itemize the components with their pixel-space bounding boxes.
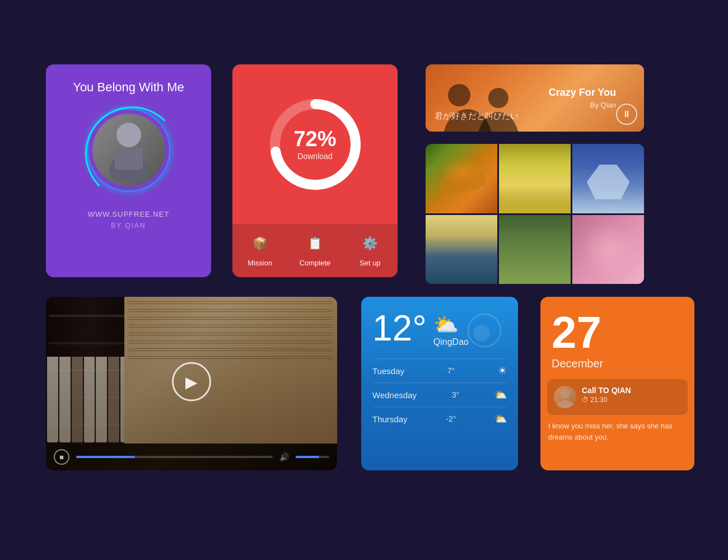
svg-point-0 bbox=[116, 123, 141, 147]
reminder-title: Call TO QIAN bbox=[582, 386, 631, 395]
svg-point-8 bbox=[556, 400, 574, 408]
weather-forecast: Tuesday 7° ☀ Wednesday 3° ⛅ Thursday -2°… bbox=[372, 358, 507, 431]
weather-bubble-2 bbox=[473, 325, 490, 342]
complete-icon: 📋 bbox=[304, 233, 325, 254]
reminder-info: Call TO QIAN ⏱ 21:30 bbox=[582, 386, 631, 404]
nowplaying-info: Crazy For You By Qian bbox=[549, 87, 616, 109]
photo-snake[interactable] bbox=[426, 144, 497, 213]
calendar-message: I know you miss her, she says she has dr… bbox=[540, 415, 694, 442]
complete-label: Complete bbox=[300, 259, 331, 267]
photo-forest[interactable] bbox=[499, 144, 571, 213]
nowplaying-japanese: 君が好きだと叫びたい bbox=[435, 111, 519, 122]
action-mission[interactable]: 📦 Mission bbox=[232, 233, 287, 267]
tuesday-label: Tuesday bbox=[372, 366, 404, 376]
svg-point-7 bbox=[560, 389, 570, 399]
calendar-date: 27 bbox=[552, 310, 683, 355]
nowplaying-title: Crazy For You bbox=[549, 87, 616, 99]
nowplaying-silhouette bbox=[426, 64, 538, 132]
music-player-card: You Belong With Me WWW.SUPFREE.NET BY QI… bbox=[46, 64, 211, 277]
photo-lake[interactable] bbox=[426, 215, 497, 284]
download-percent: 72% bbox=[293, 128, 336, 150]
calendar-top: 27 December bbox=[540, 297, 694, 379]
donut-inner: 72% Download bbox=[293, 128, 336, 161]
video-volume-fill bbox=[296, 456, 319, 458]
video-stop-button[interactable]: ⏹ bbox=[54, 449, 69, 465]
weather-row-thursday: Thursday -2° ⛅ bbox=[372, 407, 507, 431]
reminder-time: ⏱ 21:30 bbox=[582, 396, 631, 404]
video-play-button[interactable]: ▶ bbox=[172, 362, 211, 402]
wednesday-label: Wednesday bbox=[372, 390, 417, 400]
mission-icon: 📦 bbox=[249, 233, 270, 254]
setup-label: Set up bbox=[360, 259, 381, 267]
photo-grid-card bbox=[426, 144, 644, 284]
calendar-reminder: Call TO QIAN ⏱ 21:30 bbox=[547, 379, 688, 415]
silhouette-svg bbox=[426, 64, 538, 132]
tuesday-temp: 7° bbox=[447, 366, 455, 375]
wednesday-temp: 3° bbox=[452, 390, 459, 399]
nowplaying-card: Crazy For You By Qian 君が好きだと叫びたい ⏸ bbox=[426, 64, 644, 132]
weather-temperature: 12° bbox=[372, 310, 427, 346]
volume-icon: 🔊 bbox=[279, 452, 289, 461]
video-progress-fill bbox=[76, 456, 135, 458]
svg-point-4 bbox=[448, 84, 470, 106]
photo-iceberg[interactable] bbox=[572, 144, 644, 213]
calendar-card: 27 December Call TO QIAN ⏱ 21:30 I know … bbox=[540, 297, 694, 470]
action-complete[interactable]: 📋 Complete bbox=[287, 233, 342, 267]
download-card: 72% Download 📦 Mission 📋 Complete ⚙️ Set… bbox=[232, 64, 398, 277]
music-avatar-ring bbox=[87, 108, 171, 192]
music-website: WWW.SUPFREE.NET bbox=[88, 210, 170, 218]
download-actions: 📦 Mission 📋 Complete ⚙️ Set up bbox=[232, 224, 398, 277]
svg-point-1 bbox=[109, 154, 148, 181]
nowplaying-artist: By Qian bbox=[549, 101, 616, 109]
mission-label: Mission bbox=[248, 259, 272, 267]
svg-point-6 bbox=[488, 88, 508, 108]
action-setup[interactable]: ⚙️ Set up bbox=[343, 233, 398, 267]
person-icon bbox=[104, 119, 154, 181]
reminder-avatar-img bbox=[554, 386, 576, 408]
weather-cloud-icon: ⛅ bbox=[433, 315, 459, 335]
tuesday-icon: ☀ bbox=[498, 365, 507, 377]
calendar-month: December bbox=[552, 357, 683, 370]
thursday-label: Thursday bbox=[372, 414, 408, 424]
weather-card: 12° ⛅ QingDao Tuesday 7° ☀ Wednesday 3° … bbox=[361, 297, 518, 470]
photo-cherry[interactable] bbox=[572, 215, 644, 284]
weather-right-info: ⛅ QingDao bbox=[433, 310, 469, 347]
thursday-temp: -2° bbox=[446, 414, 456, 423]
svg-rect-2 bbox=[115, 147, 143, 170]
music-title: You Belong With Me bbox=[73, 80, 184, 95]
weather-city: QingDao bbox=[433, 337, 469, 347]
reminder-avatar bbox=[554, 386, 576, 408]
download-chart-area: 72% Download bbox=[265, 64, 366, 224]
setup-icon: ⚙️ bbox=[360, 233, 381, 254]
wednesday-icon: ⛅ bbox=[494, 389, 507, 401]
video-progress-bar[interactable] bbox=[76, 456, 273, 458]
download-label: Download bbox=[293, 152, 336, 161]
music-avatar bbox=[92, 114, 165, 186]
video-controls: ⏹ 🔊 bbox=[46, 444, 337, 470]
video-player-card: ▶ ⏹ 🔊 bbox=[46, 297, 337, 470]
thursday-icon: ⛅ bbox=[494, 413, 507, 425]
weather-row-tuesday: Tuesday 7° ☀ bbox=[372, 358, 507, 382]
video-volume-bar[interactable] bbox=[296, 456, 329, 458]
donut-chart: 72% Download bbox=[265, 94, 366, 195]
photo-grass[interactable] bbox=[499, 215, 571, 284]
weather-row-wednesday: Wednesday 3° ⛅ bbox=[372, 382, 507, 407]
music-byline: BY QIAN bbox=[111, 222, 146, 230]
pause-button[interactable]: ⏸ bbox=[616, 104, 637, 125]
